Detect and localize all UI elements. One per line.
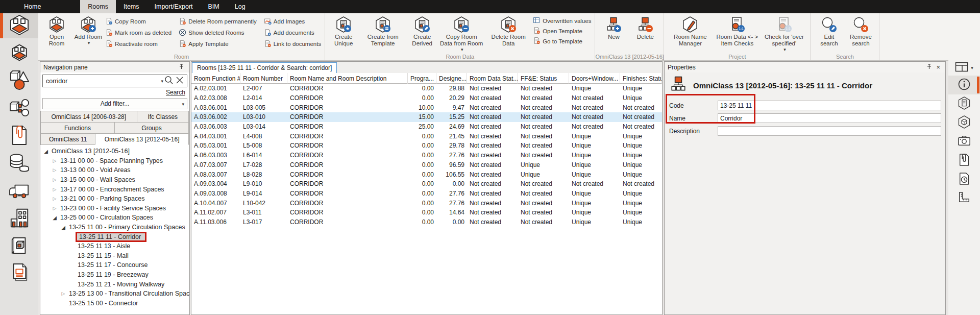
clear-search-icon[interactable] bbox=[175, 76, 185, 86]
table-row[interactable]: A.05.03.001L5-008CORRIDOR0.0029.78Not cr… bbox=[191, 141, 662, 151]
code-field[interactable] bbox=[718, 101, 941, 110]
sidebar-item-items[interactable] bbox=[0, 68, 38, 93]
add-images-button[interactable]: Add Images bbox=[264, 16, 321, 27]
menu-tab-home[interactable]: Home bbox=[16, 0, 48, 13]
delete-room-data-button[interactable]: Delete Room Data bbox=[486, 15, 531, 47]
expand-icon[interactable]: ▷ bbox=[60, 291, 67, 296]
properties-tab-log-history[interactable] bbox=[948, 170, 980, 189]
classification-tab-functions[interactable]: Functions bbox=[40, 122, 115, 134]
mark-room-as-deleted-button[interactable]: Mark room as deleted bbox=[105, 28, 172, 38]
column-header[interactable]: Progra... bbox=[408, 73, 436, 84]
layout-panel-icon[interactable] bbox=[955, 62, 968, 74]
remove-search-button[interactable]: Remove search bbox=[846, 15, 875, 47]
tree-item[interactable]: 13-25 15 00 - Connector bbox=[40, 299, 189, 308]
tree-item[interactable]: 13-25 11 11 - Corridor bbox=[40, 232, 189, 241]
column-header[interactable]: Finishes: Statu bbox=[620, 73, 662, 84]
table-row[interactable]: A.02.03.001L2-007CORRIDOR0.0029.88Not cr… bbox=[191, 84, 662, 93]
column-header[interactable]: Room Number bbox=[240, 73, 287, 84]
properties-tab-info[interactable] bbox=[948, 76, 980, 94]
copy-room-button[interactable]: Copy Room bbox=[105, 16, 172, 27]
room-name-manager-button[interactable]: Room Name Manager bbox=[668, 15, 713, 47]
new-button[interactable]: New bbox=[599, 15, 628, 41]
column-header[interactable]: Doors+Window... bbox=[569, 73, 620, 84]
tree-item[interactable]: 13-25 11 19 - Breezeway bbox=[40, 270, 189, 280]
sidebar-item-products[interactable] bbox=[0, 234, 38, 259]
table-row[interactable]: A.06.03.003L6-014CORRIDOR0.0027.76Not cr… bbox=[191, 151, 662, 160]
properties-tab-items-in-room[interactable] bbox=[948, 113, 980, 132]
tree-item[interactable]: ▷13-11 00 00 - Space Planning Types bbox=[40, 156, 189, 166]
table-row[interactable]: A.04.03.001L4-008CORRIDOR0.0021.45Not cr… bbox=[191, 131, 662, 141]
sidebar-item-building[interactable] bbox=[0, 206, 38, 231]
table-row[interactable]: A.09.03.008L9-014CORRIDOR0.0027.76Not cr… bbox=[191, 189, 662, 199]
expand-icon[interactable]: ▷ bbox=[51, 177, 58, 182]
apply-template-button[interactable]: Apply Template bbox=[179, 39, 257, 49]
column-header[interactable]: FF&E: Status bbox=[518, 73, 569, 84]
pin-icon[interactable] bbox=[924, 63, 934, 71]
menu-tab-log[interactable]: Log bbox=[227, 0, 253, 13]
tree-item[interactable]: ▷13-25 13 00 - Transitional Circulation … bbox=[40, 289, 189, 299]
delete-button[interactable]: Delete bbox=[630, 15, 660, 41]
column-header[interactable]: Room Name and Room Description bbox=[287, 73, 408, 84]
table-row[interactable]: A.03.06.002L03-010CORRIDOR15.0015.25Not … bbox=[191, 112, 662, 122]
classification-tab-omniclass-11[interactable]: OmniClass 11 bbox=[40, 133, 95, 145]
table-row[interactable]: A.09.03.004L9-010CORRIDOR0.000.00Not cre… bbox=[191, 179, 662, 189]
create-derived-button[interactable]: Create Derived bbox=[407, 15, 437, 47]
room-data-item-checks-button[interactable]: 1:1Room Data <- > Item Checks bbox=[715, 15, 760, 47]
sidebar-item-rooms[interactable] bbox=[0, 13, 38, 38]
add-room-button[interactable]: Add Room▾ bbox=[74, 15, 103, 46]
table-row[interactable]: A.11.03.006L3-017CORRIDOR0.000.00Not cre… bbox=[191, 217, 662, 227]
tree-item[interactable]: ▷13-21 00 00 - Parking Spaces bbox=[40, 194, 189, 204]
tree-item[interactable]: 13-25 11 17 - Concourse bbox=[40, 260, 189, 270]
overwritten-values-button[interactable]: Overwritten values bbox=[533, 16, 591, 25]
table-row[interactable]: A.03.06.003L03-014CORRIDOR25.0024.69Not … bbox=[191, 122, 662, 132]
expand-icon[interactable]: ▷ bbox=[51, 158, 58, 163]
show-deleted-rooms-button[interactable]: Show deleted Rooms bbox=[179, 28, 257, 38]
search-link[interactable]: Search bbox=[166, 89, 185, 96]
column-header[interactable]: Room Function #: bbox=[191, 73, 240, 84]
sidebar-item-item-links[interactable] bbox=[0, 96, 38, 121]
column-header[interactable]: Designe... bbox=[436, 73, 467, 84]
expand-icon[interactable]: ▷ bbox=[51, 167, 58, 173]
tree-item[interactable]: ▷13-13 00 00 - Void Areas bbox=[40, 165, 189, 175]
properties-tab-images[interactable] bbox=[948, 132, 980, 151]
column-header[interactable]: Room Data Stat... bbox=[467, 73, 518, 84]
delete-room-permanently-button[interactable]: Delete Room permanently bbox=[179, 16, 257, 27]
tree-item[interactable]: ▷13-17 00 00 - Encroachment Spaces bbox=[40, 184, 189, 194]
properties-tab-attachments[interactable] bbox=[948, 151, 980, 170]
table-row[interactable]: A.07.03.007L7-028CORRIDOR0.0096.59Not cr… bbox=[191, 160, 662, 170]
tree-item[interactable]: ▷13-15 00 00 - Wall Spaces bbox=[40, 175, 189, 185]
rooms-document-tab[interactable]: Rooms [13-25 11 11 - Corridor & Search: … bbox=[192, 62, 337, 73]
table-row[interactable]: A.03.06.001L03-005CORRIDOR10.009.47Not c… bbox=[191, 103, 662, 112]
collapse-icon[interactable]: ◢ bbox=[51, 215, 58, 221]
collapse-icon[interactable]: ◢ bbox=[42, 149, 50, 154]
create-unique-button[interactable]: ★Create Unique bbox=[329, 15, 358, 47]
properties-tab-room-data-sheet[interactable] bbox=[948, 94, 980, 113]
open-template-button[interactable]: Open Template bbox=[533, 27, 591, 35]
table-row[interactable]: A.10.04.007L10-042CORRIDOR0.0027.76Not c… bbox=[191, 198, 662, 208]
link-to-documents-button[interactable]: Link to documents bbox=[264, 39, 321, 49]
sidebar-item-finance[interactable] bbox=[0, 151, 38, 176]
tree-item[interactable]: ◢OmniClass 13 [2012-05-16] bbox=[40, 147, 189, 156]
sidebar-item-open-rooms[interactable] bbox=[0, 41, 38, 66]
add-documents-button[interactable]: Add documents bbox=[264, 28, 321, 38]
tree-item[interactable]: ◢13-25 11 00 - Primary Circulation Space… bbox=[40, 223, 189, 232]
copy-room-data-from-room-button[interactable]: Copy Room Data from Room▾ bbox=[439, 15, 484, 53]
search-input[interactable] bbox=[45, 77, 160, 85]
sidebar-item-documents[interactable] bbox=[0, 124, 38, 149]
reactivate-room-button[interactable]: Reactivate room bbox=[105, 39, 172, 49]
classification-tab-omniclass-13-2012-05-16-[interactable]: OmniClass 13 [2012-05-16] bbox=[95, 133, 189, 145]
tree-item[interactable]: 13-25 11 21 - Moving Walkway bbox=[40, 279, 189, 289]
collapse-icon[interactable]: ◢ bbox=[60, 225, 67, 230]
expand-icon[interactable]: ▷ bbox=[51, 196, 58, 201]
properties-tab-measurements[interactable] bbox=[948, 189, 980, 208]
classification-tab-groups[interactable]: Groups bbox=[114, 122, 189, 134]
chevron-down-icon[interactable]: ▾ bbox=[971, 65, 973, 70]
classification-tab-omniclass-14-2006-03-28-[interactable]: OmniClass 14 [2006-03-28] bbox=[40, 111, 137, 123]
edit-search-button[interactable]: Edit search bbox=[814, 15, 844, 47]
check-for-over-specified--button[interactable]: 1:1Check for 'over specified'▾ bbox=[762, 15, 806, 53]
expand-icon[interactable]: ▷ bbox=[51, 206, 58, 211]
sidebar-item-reports[interactable] bbox=[0, 261, 38, 286]
table-row[interactable]: A.08.03.007L8-028CORRIDOR0.00106.55Not c… bbox=[191, 169, 662, 179]
tree-item[interactable]: ▷13-23 00 00 - Facility Service Spaces bbox=[40, 204, 189, 213]
tree-item[interactable]: 13-25 11 13 - Aisle bbox=[40, 241, 189, 251]
